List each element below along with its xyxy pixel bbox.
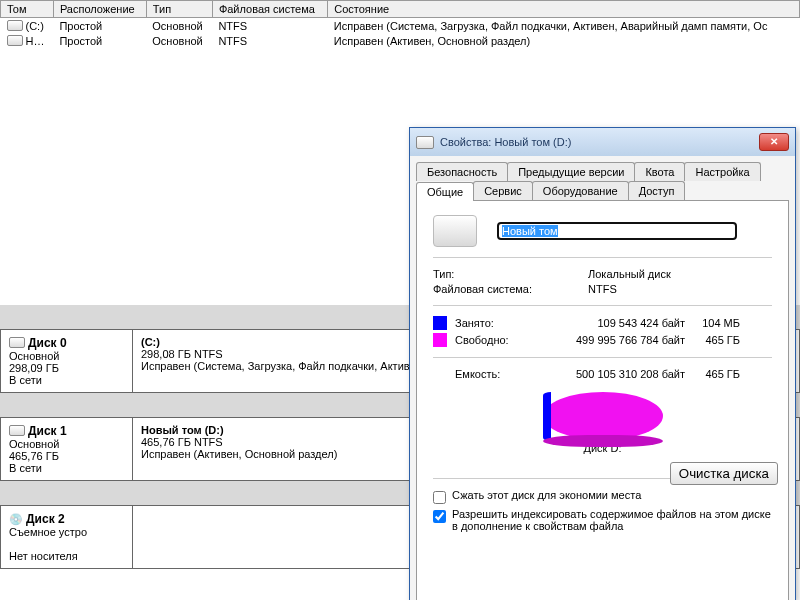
index-checkbox-row[interactable]: Разрешить индексировать содержимое файло… <box>433 508 772 532</box>
disk-header-2[interactable]: 💿 Диск 2 Съемное устро Нет носителя <box>1 506 133 569</box>
compress-checkbox-row[interactable]: Сжать этот диск для экономии места <box>433 489 772 504</box>
type-value: Локальный диск <box>588 268 671 280</box>
disk-icon <box>9 425 25 436</box>
dialog-title: Свойства: Новый том (D:) <box>440 136 571 148</box>
volume-row[interactable]: (C:) Простой Основной NTFS Исправен (Сис… <box>1 18 800 34</box>
used-bytes: 109 543 424 байт <box>535 317 685 329</box>
drive-large-icon <box>433 215 477 247</box>
disc-icon: 💿 <box>9 513 23 525</box>
fs-label: Файловая система: <box>433 283 588 295</box>
disk-header-0[interactable]: Диск 0 Основной 298,09 ГБ В сети <box>1 330 133 393</box>
col-status[interactable]: Состояние <box>328 1 800 18</box>
volume-name-input[interactable] <box>497 222 737 240</box>
used-label: Занято: <box>455 317 535 329</box>
tab-customize[interactable]: Настройка <box>684 162 760 181</box>
used-swatch <box>433 316 447 330</box>
free-swatch <box>433 333 447 347</box>
used-unit: 104 МБ <box>685 317 740 329</box>
type-label: Тип: <box>433 268 588 280</box>
drive-icon <box>7 20 23 31</box>
col-layout[interactable]: Расположение <box>53 1 146 18</box>
capacity-bytes: 500 105 310 208 байт <box>535 368 685 380</box>
tab-row-top: Безопасность Предыдущие версии Квота Нас… <box>410 156 795 181</box>
drive-icon <box>416 136 434 149</box>
close-button[interactable]: ✕ <box>759 133 789 151</box>
volume-header-row: Том Расположение Тип Файловая система Со… <box>1 1 800 18</box>
volume-row[interactable]: Н… Простой Основной NTFS Исправен (Актив… <box>1 33 800 48</box>
col-type[interactable]: Тип <box>146 1 212 18</box>
disk-icon <box>9 337 25 348</box>
index-checkbox[interactable] <box>433 510 446 523</box>
drive-icon <box>7 35 23 46</box>
properties-dialog: Свойства: Новый том (D:) ✕ Безопасность … <box>409 127 796 600</box>
tab-general[interactable]: Общие <box>416 182 474 201</box>
free-unit: 465 ГБ <box>685 334 740 346</box>
tab-security[interactable]: Безопасность <box>416 162 508 181</box>
tab-previous-versions[interactable]: Предыдущие версии <box>507 162 635 181</box>
vol-name: Н… <box>26 35 45 47</box>
volume-table: Том Расположение Тип Файловая система Со… <box>0 0 800 48</box>
index-label: Разрешить индексировать содержимое файло… <box>452 508 772 532</box>
capacity-label: Емкость: <box>455 368 535 380</box>
tab-panel-general: Тип:Локальный диск Файловая система:NTFS… <box>416 200 789 600</box>
tab-sharing[interactable]: Доступ <box>628 181 686 200</box>
usage-pie-chart <box>543 392 663 440</box>
disk-header-1[interactable]: Диск 1 Основной 465,76 ГБ В сети <box>1 418 133 481</box>
col-vol[interactable]: Том <box>1 1 54 18</box>
fs-value: NTFS <box>588 283 617 295</box>
capacity-unit: 465 ГБ <box>685 368 740 380</box>
free-bytes: 499 995 766 784 байт <box>535 334 685 346</box>
disk-cleanup-button[interactable]: Очистка диска <box>670 462 778 485</box>
col-fs[interactable]: Файловая система <box>212 1 327 18</box>
free-label: Свободно: <box>455 334 535 346</box>
tab-tools[interactable]: Сервис <box>473 181 533 200</box>
titlebar[interactable]: Свойства: Новый том (D:) ✕ <box>410 128 795 156</box>
tab-hardware[interactable]: Оборудование <box>532 181 629 200</box>
tab-quota[interactable]: Квота <box>634 162 685 181</box>
tab-row-bottom: Общие Сервис Оборудование Доступ <box>410 181 795 200</box>
vol-name: (C:) <box>26 20 44 32</box>
compress-label: Сжать этот диск для экономии места <box>452 489 641 501</box>
compress-checkbox[interactable] <box>433 491 446 504</box>
